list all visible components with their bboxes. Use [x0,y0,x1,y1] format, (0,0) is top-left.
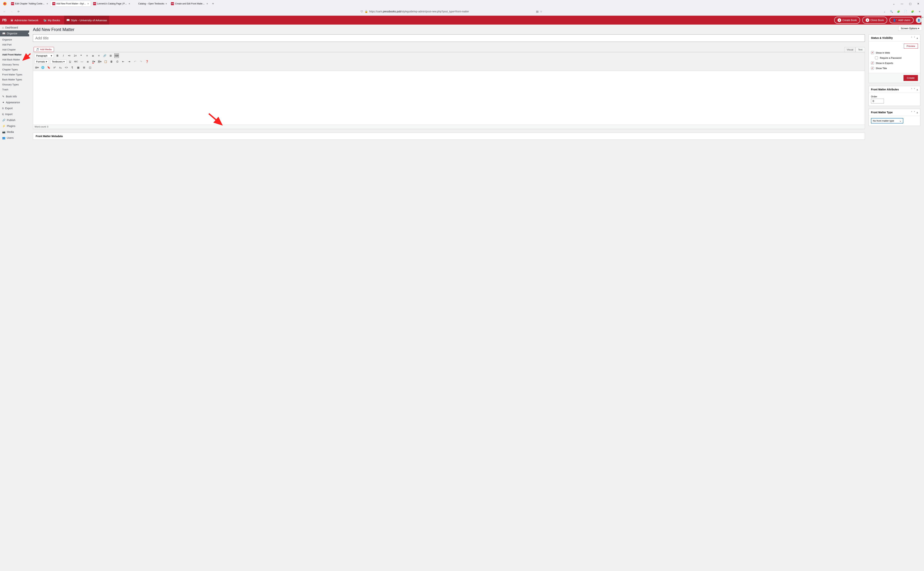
paragraph-select[interactable]: Paragraph▾ [35,54,54,58]
maximize-icon[interactable]: ▢ [907,2,913,5]
tab-catalog-open[interactable]: Catalog – Open Textbooks × [132,1,169,7]
lock-icon[interactable]: 🔒 [365,10,368,13]
shield-icon[interactable]: 🛡 [361,10,363,13]
new-tab-button[interactable]: + [210,2,216,6]
chevron-up-icon[interactable]: ˄ [911,88,912,91]
sub-add-back-matter[interactable]: Add Back Matter [0,57,29,62]
close-icon[interactable]: × [46,2,48,5]
url-bar[interactable]: 🛡 🔒 https://uark.pressbooks.pub/stylegui… [359,9,544,14]
textboxes-select[interactable]: Textboxes▾ [50,60,66,64]
sub-add-chapter[interactable]: Add Chapter [0,47,29,52]
create-book-button[interactable]: + Create Book [834,17,860,24]
extension-icon[interactable]: 🧩 [896,9,901,14]
formats-select[interactable]: Formats▾ [35,60,49,64]
layout-button[interactable]: ◫ [88,65,92,69]
order-input[interactable] [871,99,884,103]
sidebar-plugins[interactable]: ⚡Plugins [0,123,29,129]
collapse-icon[interactable]: ▴ [916,111,918,114]
indent-button[interactable]: ⇥ [127,59,131,64]
add-media-button[interactable]: 🎵 Add Media [34,47,54,52]
calc-button[interactable]: ⊞ [82,65,86,69]
sidebar-publish[interactable]: 🔗Publish [0,117,29,123]
more-button[interactable]: ⊞ [108,53,113,58]
help-button[interactable]: ❓ [145,59,149,64]
add-users-button[interactable]: 👤⁺ Add Users [889,17,914,23]
align-left-button[interactable]: ≡ [85,53,89,58]
sidebar-dashboard[interactable]: ⌂ Dashboard [0,25,29,31]
tab-add-front-matter[interactable]: PB Add New Front Matter ‹ Style - × [50,1,91,7]
sidebar-import[interactable]: ⎗Import [0,111,29,117]
sub-back-matter-types[interactable]: Back Matter Types [0,77,29,82]
administer-network-link[interactable]: 🏛 Administer Network [10,19,39,22]
number-list-button[interactable]: 1≡ [73,53,77,58]
front-matter-type-select[interactable]: No front matter type ⌄ [871,118,903,123]
chevron-down-icon[interactable]: ˅ [914,36,915,39]
globe-button[interactable]: 🌐 [40,65,45,69]
subscript-button[interactable]: x₂ [58,65,63,69]
tab-edit-chapter[interactable]: PB Edit Chapter "Adding Content T × [9,1,50,7]
content-editor[interactable] [33,71,865,125]
bullet-list-button[interactable]: •≡ [67,53,71,58]
chevron-down-icon[interactable]: ˅ [914,111,915,114]
code-button[interactable]: <> [64,65,69,69]
grid-button[interactable]: ▦ [76,65,80,69]
puzzle-icon[interactable]: 🧩 [910,9,915,14]
my-books-link[interactable]: 📚 My Books [43,19,61,22]
ltr-button[interactable]: ¶ [70,65,74,69]
bold-button[interactable]: B [55,53,60,58]
sub-chapter-types[interactable]: Chapter Types [0,67,29,72]
user-avatar[interactable]: 👤 [916,17,922,23]
note-icon[interactable]: 📄 [903,9,908,14]
clone-book-button[interactable]: + Clone Book [862,17,887,24]
create-button[interactable]: Create [904,75,918,81]
sidebar-export[interactable]: ⎘Export [0,105,29,111]
collapse-icon[interactable]: ▴ [916,88,918,91]
close-icon[interactable]: × [87,2,89,5]
chevron-up-icon[interactable]: ˄ [911,111,912,114]
sub-add-part[interactable]: Add Part [0,42,29,47]
table-button[interactable]: ⊞▾ [35,65,39,69]
visual-tab[interactable]: Visual [844,47,856,52]
screen-options-button[interactable]: Screen Options ▾ [898,26,922,31]
sidebar-users[interactable]: 👥Users [0,135,29,141]
toolbar-toggle-button[interactable]: ⌨ [114,53,119,58]
collapse-icon[interactable]: ▴ [916,36,918,39]
outdent-button[interactable]: ⇤ [121,59,125,64]
zoom-icon[interactable]: 🔍 [889,9,894,14]
undo-button[interactable]: ↶ [133,59,137,64]
sub-organize[interactable]: Organize [0,37,29,42]
justify-button[interactable]: ≣ [86,59,90,64]
text-tab[interactable]: Text [856,47,865,52]
chevron-down-icon[interactable]: ˅ [914,88,915,91]
current-book-link[interactable]: 📖 Style - University of Arkansas [64,16,109,25]
minimize-icon[interactable]: — [899,2,905,5]
preview-button[interactable]: Preview [904,43,918,49]
link-button[interactable]: 🔗 [103,53,107,58]
align-center-button[interactable]: ≣ [91,53,95,58]
list-tabs-icon[interactable]: ⌄ [891,2,897,5]
paste-button[interactable]: 📋 [103,59,108,64]
chevron-up-icon[interactable]: ˄ [911,36,912,39]
reload-button[interactable]: ⟳ [16,9,21,14]
italic-button[interactable]: I [61,53,66,58]
hr-button[interactable]: — [80,59,84,64]
pb-logo[interactable]: PB [2,18,6,22]
redo-button[interactable]: ↷ [139,59,143,64]
sub-trash[interactable]: Trash [0,87,29,92]
reader-icon[interactable]: ▤ [536,10,538,13]
show-in-exports-checkbox[interactable] [871,62,874,65]
special-char-button[interactable]: Ω [115,59,120,64]
bg-color-button[interactable]: A▾ [97,59,102,64]
title-input[interactable] [33,34,865,42]
blockquote-button[interactable]: ❝ [79,53,83,58]
scrollbar[interactable]: ▴ [921,15,924,571]
anchor-button[interactable]: 🔖 [46,65,51,69]
menu-icon[interactable]: ≡ [917,9,922,14]
sidebar-media[interactable]: 📷Media [0,129,29,135]
sidebar-appearance[interactable]: ✦Appearance [0,99,29,105]
sub-front-matter-types[interactable]: Front Matter Types [0,72,29,77]
show-in-web-checkbox[interactable] [871,51,874,54]
tab-catalog-page[interactable]: PB Lennertz's Catalog Page | Pressb × [91,1,132,7]
back-button[interactable]: ← [2,9,7,14]
pocket-icon[interactable]: ⌄ [882,9,887,14]
